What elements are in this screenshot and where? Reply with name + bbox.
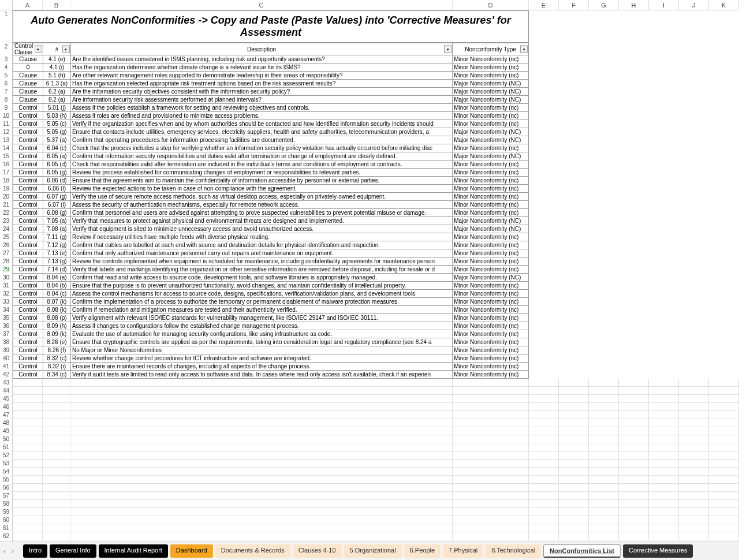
empty-cell[interactable]: [649, 403, 679, 411]
cell-nonconformity-type[interactable]: Major Nonconformity (NC): [453, 80, 529, 88]
table-row[interactable]: 04.1 (i)Has the organization determined …: [13, 64, 529, 72]
empty-cell[interactable]: [649, 476, 679, 484]
cell-description[interactable]: Verify that equipment is sited to minimi…: [71, 225, 453, 233]
cell-nonconformity-type[interactable]: Minor Nonconformity (nc): [453, 72, 529, 80]
row-number[interactable]: 41: [0, 363, 12, 371]
empty-cell[interactable]: [529, 403, 559, 411]
empty-cell[interactable]: [709, 387, 739, 395]
empty-cell[interactable]: [13, 395, 43, 403]
empty-cell[interactable]: [619, 403, 649, 411]
empty-cell[interactable]: [559, 484, 589, 492]
sheet-tab[interactable]: NonConformities List: [543, 544, 621, 558]
empty-cell[interactable]: [619, 492, 649, 500]
row-number[interactable]: 11: [0, 120, 12, 128]
row-number[interactable]: 22: [0, 209, 12, 217]
empty-cell[interactable]: [619, 451, 649, 460]
empty-cell[interactable]: [619, 419, 649, 427]
filter-icon[interactable]: ▾: [520, 46, 528, 53]
table-row[interactable]: Control7.11 (g)Review if necessary utili…: [13, 233, 529, 241]
row-number[interactable]: 10: [0, 112, 12, 120]
table-row[interactable]: Control8.26 (f)No Major or Minor Nonconf…: [13, 346, 529, 354]
empty-cell[interactable]: [529, 492, 559, 500]
empty-cell[interactable]: [709, 476, 739, 484]
cell-control-clause[interactable]: Control: [13, 274, 43, 282]
empty-cell[interactable]: [559, 427, 589, 435]
cell-description[interactable]: Review the process established for commu…: [71, 169, 453, 177]
cell-nonconformity-type[interactable]: Minor Nonconformity (nc): [453, 160, 529, 169]
row-number[interactable]: 15: [0, 152, 12, 160]
cell-number[interactable]: 8.09 (k): [43, 330, 71, 338]
table-row[interactable]: Control8.04 (c)Assess the control mechan…: [13, 290, 529, 298]
empty-cell[interactable]: [709, 524, 739, 532]
cell-description[interactable]: Verify that labels and markings identify…: [71, 266, 453, 274]
cell-nonconformity-type[interactable]: Minor Nonconformity (nc): [453, 144, 529, 152]
cell-nonconformity-type[interactable]: Minor Nonconformity (nc): [453, 185, 529, 193]
tab-nav-arrows[interactable]: ‹ ›: [3, 547, 14, 555]
empty-cell[interactable]: [529, 395, 559, 403]
empty-cell[interactable]: [619, 500, 649, 508]
cell-control-clause[interactable]: Clause: [13, 55, 43, 64]
col-header-F[interactable]: F: [559, 0, 589, 10]
table-row[interactable]: Control7.14 (d)Verify that labels and ma…: [13, 266, 529, 274]
table-row[interactable]: Control6.06 (l)Review the expected actio…: [13, 185, 529, 193]
empty-cell[interactable]: [559, 476, 589, 484]
table-row[interactable]: Control6.08 (g)Confirm that personnel an…: [13, 209, 529, 217]
spreadsheet-grid[interactable]: Auto Generates NonConformities -> Copy a…: [13, 10, 739, 542]
row-number[interactable]: 45: [0, 395, 12, 403]
empty-cell[interactable]: [70, 443, 453, 451]
empty-cell[interactable]: [13, 387, 43, 395]
cell-description[interactable]: Confirm that read and write access to so…: [71, 274, 453, 282]
cell-description[interactable]: Verify if audit tests are limited to rea…: [71, 371, 453, 379]
row-number[interactable]: 33: [0, 298, 12, 306]
empty-cell[interactable]: [709, 468, 739, 476]
empty-cell[interactable]: [13, 484, 43, 492]
empty-cell[interactable]: [453, 476, 529, 484]
empty-cell[interactable]: [589, 451, 619, 460]
row-number[interactable]: 34: [0, 306, 12, 314]
cell-number[interactable]: 7.05 (a): [43, 217, 71, 225]
cell-description[interactable]: Confirm if remediation and mitigation me…: [71, 306, 453, 314]
cell-number[interactable]: 7.13 (g): [43, 257, 71, 266]
empty-cell[interactable]: [649, 395, 679, 403]
empty-row[interactable]: [13, 468, 739, 476]
empty-cell[interactable]: [529, 484, 559, 492]
cell-description[interactable]: Check that the process includes a step f…: [71, 144, 453, 152]
table-row[interactable]: Control5.05 (c)Verify if the organizatio…: [13, 120, 529, 128]
row-number[interactable]: 47: [0, 411, 12, 419]
empty-cell[interactable]: [649, 435, 679, 443]
row-number[interactable]: 23: [0, 217, 12, 225]
empty-row[interactable]: [13, 379, 739, 387]
empty-cell[interactable]: [709, 419, 739, 427]
cell-control-clause[interactable]: Control: [13, 346, 43, 354]
sheet-tab[interactable]: Intro: [23, 544, 47, 558]
row-number[interactable]: 8: [0, 96, 12, 104]
empty-cell[interactable]: [679, 476, 709, 484]
table-row[interactable]: Control8.26 (e)Ensure that cryptographic…: [13, 338, 529, 346]
filter-icon[interactable]: ▾: [62, 46, 70, 53]
empty-row[interactable]: [13, 524, 739, 532]
col-header-I[interactable]: I: [649, 0, 679, 10]
table-row[interactable]: Control6.07 (l)Assess the security of au…: [13, 201, 529, 209]
empty-cell[interactable]: [589, 468, 619, 476]
empty-cell[interactable]: [709, 379, 739, 387]
empty-cell[interactable]: [43, 387, 70, 395]
empty-cell[interactable]: [679, 435, 709, 443]
empty-cell[interactable]: [13, 516, 43, 524]
empty-cell[interactable]: [649, 468, 679, 476]
empty-cell[interactable]: [529, 524, 559, 532]
sheet-tab[interactable]: 7.Physical: [443, 544, 483, 558]
cell-nonconformity-type[interactable]: Major Nonconformity (NC): [453, 88, 529, 96]
empty-cell[interactable]: [619, 395, 649, 403]
empty-cell[interactable]: [13, 411, 43, 419]
cell-control-clause[interactable]: Clause: [13, 72, 43, 80]
empty-cell[interactable]: [709, 516, 739, 524]
empty-cell[interactable]: [649, 532, 679, 540]
empty-cell[interactable]: [559, 460, 589, 468]
filter-icon[interactable]: ▾: [35, 46, 42, 53]
empty-cell[interactable]: [453, 468, 529, 476]
cell-control-clause[interactable]: Control: [13, 120, 43, 128]
table-row[interactable]: Control7.13 (e)Confirm that only authori…: [13, 249, 529, 257]
row-number[interactable]: 17: [0, 169, 12, 177]
empty-cell[interactable]: [559, 387, 589, 395]
row-number[interactable]: 29: [0, 266, 12, 274]
